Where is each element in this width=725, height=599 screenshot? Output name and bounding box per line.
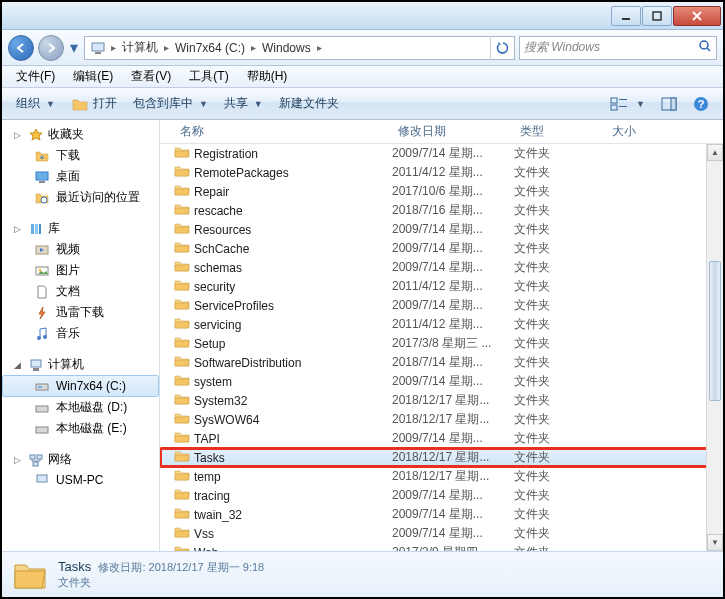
menu-tools[interactable]: 工具(T) (181, 66, 236, 87)
file-type: 文件夹 (514, 202, 606, 219)
breadcrumb-segment[interactable]: Win7x64 (C:) (171, 41, 249, 55)
file-row[interactable]: servicing2011/4/12 星期...文件夹 (160, 315, 723, 334)
file-row[interactable]: SysWOW642018/12/17 星期...文件夹 (160, 410, 723, 429)
file-row[interactable]: Resources2009/7/14 星期...文件夹 (160, 220, 723, 239)
column-name[interactable]: 名称 (174, 120, 392, 144)
star-icon (28, 127, 44, 143)
menu-file[interactable]: 文件(F) (8, 66, 63, 87)
breadcrumb-arrow-icon[interactable]: ▸ (162, 42, 171, 53)
tree-thunder[interactable]: 迅雷下载 (2, 302, 159, 323)
file-type: 文件夹 (514, 297, 606, 314)
file-type: 文件夹 (514, 183, 606, 200)
scroll-up-button[interactable]: ▲ (707, 144, 723, 161)
svg-rect-33 (37, 475, 47, 482)
file-row[interactable]: security2011/4/12 星期...文件夹 (160, 277, 723, 296)
menu-help[interactable]: 帮助(H) (239, 66, 296, 87)
file-row[interactable]: System322018/12/17 星期...文件夹 (160, 391, 723, 410)
organize-button[interactable]: 组织▼ (8, 92, 63, 115)
main-area: ▷收藏夹 下载 桌面 最近访问的位置 ▷库 视频 图片 文档 迅雷下载 音乐 ◢… (2, 120, 723, 551)
file-row[interactable]: Setup2017/3/8 星期三 ...文件夹 (160, 334, 723, 353)
file-row[interactable]: Tasks2018/12/17 星期...文件夹 (160, 448, 723, 467)
drive-icon (34, 378, 50, 394)
file-row[interactable]: SoftwareDistribution2018/7/14 星期...文件夹 (160, 353, 723, 372)
tree-desktop[interactable]: 桌面 (2, 166, 159, 187)
folder-icon (174, 164, 190, 181)
computer-icon (89, 39, 107, 57)
folder-icon (12, 557, 48, 593)
svg-rect-17 (35, 224, 38, 234)
tree-pictures[interactable]: 图片 (2, 260, 159, 281)
file-row[interactable]: twain_322009/7/14 星期...文件夹 (160, 505, 723, 524)
file-row[interactable]: RemotePackages2011/4/12 星期...文件夹 (160, 163, 723, 182)
breadcrumb-segment[interactable]: 计算机 (118, 39, 162, 56)
history-dropdown[interactable]: ▾ (68, 37, 80, 59)
refresh-button[interactable] (490, 36, 514, 60)
scroll-thumb[interactable] (709, 261, 721, 401)
view-options-button[interactable]: ▼ (602, 94, 653, 114)
back-button[interactable] (8, 35, 34, 61)
tree-downloads[interactable]: 下载 (2, 145, 159, 166)
include-library-button[interactable]: 包含到库中▼ (125, 92, 216, 115)
address-breadcrumb[interactable]: ▸ 计算机 ▸ Win7x64 (C:) ▸ Windows ▸ (84, 36, 515, 60)
file-type: 文件夹 (514, 354, 606, 371)
file-row[interactable]: system2009/7/14 星期...文件夹 (160, 372, 723, 391)
tree-documents[interactable]: 文档 (2, 281, 159, 302)
breadcrumb-arrow-icon[interactable]: ▸ (109, 42, 118, 53)
tree-music[interactable]: 音乐 (2, 323, 159, 344)
file-row[interactable]: rescache2018/7/16 星期...文件夹 (160, 201, 723, 220)
new-folder-button[interactable]: 新建文件夹 (271, 92, 347, 115)
tree-network[interactable]: ▷网络 (2, 449, 159, 470)
breadcrumb-arrow-icon[interactable]: ▸ (249, 42, 258, 53)
tree-videos[interactable]: 视频 (2, 239, 159, 260)
tree-libraries[interactable]: ▷库 (2, 218, 159, 239)
search-input[interactable]: 搜索 Windows (519, 36, 717, 60)
scroll-down-button[interactable]: ▼ (707, 534, 723, 551)
tree-network-pc[interactable]: USM-PC (2, 470, 159, 490)
document-icon (34, 284, 50, 300)
share-button[interactable]: 共享▼ (216, 92, 271, 115)
breadcrumb-arrow-icon[interactable]: ▸ (315, 42, 324, 53)
close-button[interactable] (673, 6, 721, 26)
preview-pane-button[interactable] (653, 94, 685, 114)
file-row[interactable]: ServiceProfiles2009/7/14 星期...文件夹 (160, 296, 723, 315)
file-row[interactable]: Web2017/3/9 星期四 ...文件夹 (160, 543, 723, 551)
file-row[interactable]: tracing2009/7/14 星期...文件夹 (160, 486, 723, 505)
tree-drive-c[interactable]: Win7x64 (C:) (2, 375, 159, 397)
file-row[interactable]: schemas2009/7/14 星期...文件夹 (160, 258, 723, 277)
svg-point-4 (700, 41, 708, 49)
file-row[interactable]: TAPI2009/7/14 星期...文件夹 (160, 429, 723, 448)
tree-favorites[interactable]: ▷收藏夹 (2, 124, 159, 145)
tree-drive-e[interactable]: 本地磁盘 (E:) (2, 418, 159, 439)
svg-rect-8 (619, 106, 627, 107)
folder-icon (174, 430, 190, 447)
help-button[interactable]: ? (685, 93, 717, 115)
scroll-track[interactable] (707, 161, 723, 534)
file-row[interactable]: SchCache2009/7/14 星期...文件夹 (160, 239, 723, 258)
file-row[interactable]: Registration2009/7/14 星期...文件夹 (160, 144, 723, 163)
column-date[interactable]: 修改日期 (392, 120, 514, 144)
tree-recent[interactable]: 最近访问的位置 (2, 187, 159, 208)
file-type: 文件夹 (514, 145, 606, 162)
file-date: 2018/12/17 星期... (392, 468, 514, 485)
vertical-scrollbar[interactable]: ▲ ▼ (706, 144, 723, 551)
file-row[interactable]: Vss2009/7/14 星期...文件夹 (160, 524, 723, 543)
menu-view[interactable]: 查看(V) (123, 66, 179, 87)
minimize-button[interactable] (611, 6, 641, 26)
svg-rect-10 (671, 98, 676, 110)
file-row[interactable]: Repair2017/10/6 星期...文件夹 (160, 182, 723, 201)
maximize-button[interactable] (642, 6, 672, 26)
open-button[interactable]: 打开 (63, 92, 125, 116)
forward-button[interactable] (38, 35, 64, 61)
file-row[interactable]: temp2018/12/17 星期...文件夹 (160, 467, 723, 486)
tree-computer[interactable]: ◢计算机 (2, 354, 159, 375)
column-size[interactable]: 大小 (606, 120, 676, 144)
file-date: 2009/7/14 星期... (392, 259, 514, 276)
svg-point-23 (43, 335, 47, 339)
breadcrumb-segment[interactable]: Windows (258, 41, 315, 55)
search-icon[interactable] (698, 39, 712, 56)
tree-drive-d[interactable]: 本地磁盘 (D:) (2, 397, 159, 418)
menu-edit[interactable]: 编辑(E) (65, 66, 121, 87)
svg-rect-14 (39, 181, 45, 183)
column-type[interactable]: 类型 (514, 120, 606, 144)
file-type: 文件夹 (514, 525, 606, 542)
